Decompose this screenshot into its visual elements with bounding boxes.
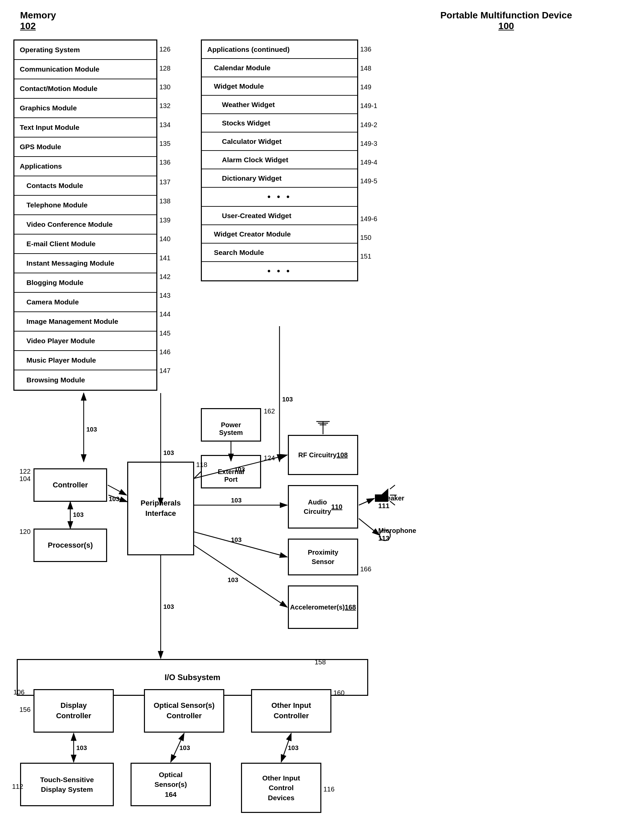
header-memory: Memory 102 <box>20 10 56 32</box>
device-title: Portable Multifunction Device <box>440 10 572 21</box>
ref-132: 132 <box>159 102 170 110</box>
ref-147: 147 <box>159 367 170 375</box>
ref-118: 118 <box>196 461 207 469</box>
memory-title: Memory <box>20 10 56 21</box>
weather-widget-row: Weather Widget <box>202 96 357 114</box>
speaker-label: Speaker111 <box>378 494 404 510</box>
ref-158: 158 <box>315 658 326 666</box>
svg-line-29 <box>194 472 201 479</box>
video-conf-row: Video Conference Module <box>14 215 156 235</box>
rf-circuitry-box: RF Circuitry108 <box>288 435 358 475</box>
svg-text:103: 103 <box>86 426 97 433</box>
svg-text:103: 103 <box>163 603 174 610</box>
diagram-container: { "header": { "left_title": "Memory", "l… <box>0 0 639 840</box>
audio-circuitry-box: AudioCircuitry110 <box>288 485 358 529</box>
ref-142: 142 <box>159 273 170 281</box>
svg-text:103: 103 <box>73 511 84 518</box>
search-module-row: Search Module <box>202 244 357 262</box>
ref-112: 112 <box>12 783 23 791</box>
ref-149-5: 149-5 <box>360 177 377 185</box>
ref-134: 134 <box>159 121 170 129</box>
ref-166: 166 <box>360 565 371 573</box>
svg-text:103: 103 <box>76 744 87 751</box>
blogging-row: Blogging Module <box>14 273 156 293</box>
external-port-box: ExternalPort <box>201 455 261 488</box>
comm-module-row: Communication Module <box>14 60 156 79</box>
other-input-devices-box: Other InputControlDevices <box>241 763 321 813</box>
svg-line-41 <box>359 518 380 535</box>
stocks-widget-row: Stocks Widget <box>202 114 357 133</box>
ref-143: 143 <box>159 292 170 300</box>
calendar-row: Calendar Module <box>202 59 357 77</box>
memory-ref: 102 <box>20 21 56 32</box>
image-mgmt-row: Image Management Module <box>14 312 156 331</box>
ref-149-4: 149-4 <box>360 158 377 166</box>
svg-text:103: 103 <box>231 536 242 543</box>
optical-sensor-controller-box: Optical Sensor(s)Controller <box>144 689 224 732</box>
svg-text:103: 103 <box>163 449 174 456</box>
ref-151: 151 <box>360 252 371 260</box>
contact-motion-row: Contact/Motion Module <box>14 79 156 99</box>
svg-line-14 <box>194 545 287 607</box>
dictionary-widget-row: Dictionary Widget <box>202 169 357 188</box>
ref-128: 128 <box>159 65 170 72</box>
svg-line-32 <box>390 485 395 489</box>
svg-text:103: 103 <box>109 495 119 502</box>
ref-141: 141 <box>159 254 170 262</box>
ref-137: 137 <box>159 178 170 186</box>
microphone-label: Microphone113 <box>378 527 416 542</box>
user-created-row: User-Created Widget <box>202 207 357 225</box>
display-controller-box: DisplayController <box>33 689 114 732</box>
os-row: Operating System <box>14 40 156 60</box>
camera-row: Camera Module <box>14 293 156 312</box>
svg-text:103: 103 <box>231 497 242 504</box>
ref-140: 140 <box>159 235 170 243</box>
ref-116: 116 <box>323 786 334 793</box>
ref-146: 146 <box>159 348 170 356</box>
ref-149-6: 149-6 <box>360 215 377 223</box>
telephone-row: Telephone Module <box>14 196 156 215</box>
ref-144: 144 <box>159 311 170 318</box>
alarm-clock-row: Alarm Clock Widget <box>202 151 357 169</box>
ref-120: 120 <box>19 528 30 536</box>
text-input-row: Text Input Module <box>14 118 156 138</box>
ref-156: 156 <box>19 706 30 713</box>
ref-136-apps: 136 <box>360 46 371 53</box>
email-row: E-mail Client Module <box>14 235 156 254</box>
other-input-controller-box: Other InputController <box>251 689 331 732</box>
ref-162: 162 <box>264 407 275 415</box>
music-player-row: Music Player Module <box>14 351 156 370</box>
ref-139: 139 <box>159 216 170 224</box>
controller-box: Controller <box>33 468 107 502</box>
svg-line-18 <box>108 485 127 495</box>
ref-149: 149 <box>360 83 371 91</box>
browsing-row: Browsing Module <box>14 370 156 390</box>
ref-160: 160 <box>334 689 345 697</box>
dots-row-2: • • • <box>202 262 357 281</box>
ref-138: 138 <box>159 197 170 205</box>
touch-display-box: Touch-SensitiveDisplay System <box>20 763 114 806</box>
contacts-row: Contacts Module <box>14 176 156 196</box>
apps-continued-header: Applications (continued) <box>202 40 357 59</box>
device-ref: 100 <box>440 21 572 32</box>
ref-126: 126 <box>159 46 170 53</box>
ref-122: 122 <box>19 468 30 475</box>
peripherals-box: PeripheralsInterface <box>127 462 194 555</box>
svg-text:103: 103 <box>288 744 299 751</box>
ref-149-1: 149-1 <box>360 102 377 110</box>
graphics-module-row: Graphics Module <box>14 99 156 118</box>
ref-149-2: 149-2 <box>360 121 377 129</box>
widget-creator-row: Widget Creator Module <box>202 225 357 244</box>
ref-104: 104 <box>19 475 30 483</box>
svg-line-25 <box>171 733 184 762</box>
gps-row: GPS Module <box>14 138 156 157</box>
ref-106: 106 <box>13 688 24 696</box>
widget-module-row: Widget Module <box>202 77 357 96</box>
svg-text:103: 103 <box>227 576 238 583</box>
ref-148: 148 <box>360 65 371 72</box>
ref-136-mem: 136 <box>159 158 170 166</box>
dots-row-1: • • • <box>202 188 357 207</box>
svg-line-12 <box>194 532 287 557</box>
svg-line-19 <box>108 495 127 502</box>
memory-box: Operating System Communication Module Co… <box>13 40 157 391</box>
